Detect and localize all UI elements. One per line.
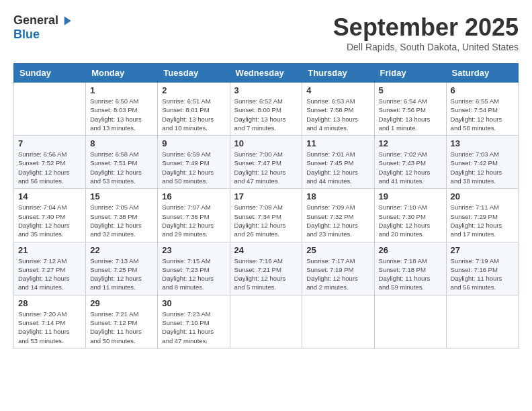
day-info: Sunrise: 7:18 AM Sunset: 7:18 PM Dayligh… [379, 257, 442, 292]
calendar-cell: 5Sunrise: 6:54 AM Sunset: 7:56 PM Daylig… [374, 83, 446, 136]
day-info: Sunrise: 7:07 AM Sunset: 7:36 PM Dayligh… [162, 203, 225, 238]
day-number: 14 [18, 191, 81, 201]
calendar-week-row: 28Sunrise: 7:20 AM Sunset: 7:14 PM Dayli… [14, 295, 519, 348]
day-info: Sunrise: 7:20 AM Sunset: 7:14 PM Dayligh… [18, 310, 81, 345]
day-number: 24 [234, 245, 298, 255]
day-number: 16 [162, 191, 225, 201]
header-day-sunday: Sunday [14, 64, 86, 83]
day-number: 26 [379, 245, 442, 255]
day-info: Sunrise: 7:09 AM Sunset: 7:32 PM Dayligh… [306, 203, 369, 238]
day-info: Sunrise: 7:17 AM Sunset: 7:19 PM Dayligh… [306, 257, 369, 292]
calendar-cell: 9Sunrise: 6:59 AM Sunset: 7:49 PM Daylig… [158, 136, 230, 189]
calendar-cell: 21Sunrise: 7:12 AM Sunset: 7:27 PM Dayli… [14, 242, 86, 295]
calendar-cell: 8Sunrise: 6:58 AM Sunset: 7:51 PM Daylig… [86, 136, 158, 189]
day-info: Sunrise: 6:55 AM Sunset: 7:54 PM Dayligh… [451, 97, 514, 132]
header: General Blue September 2025 Dell Rapids,… [13, 13, 519, 52]
day-number: 18 [306, 191, 369, 201]
day-number: 8 [90, 138, 153, 148]
calendar-cell: 22Sunrise: 7:13 AM Sunset: 7:25 PM Dayli… [86, 242, 158, 295]
day-number: 27 [451, 245, 514, 255]
day-info: Sunrise: 6:53 AM Sunset: 7:58 PM Dayligh… [306, 97, 369, 132]
day-number: 1 [90, 85, 153, 95]
calendar-cell: 17Sunrise: 7:08 AM Sunset: 7:34 PM Dayli… [230, 189, 302, 242]
location-title: Dell Rapids, South Dakota, United States [333, 42, 519, 52]
calendar-cell [230, 295, 302, 348]
day-number: 11 [306, 138, 369, 148]
calendar-cell: 14Sunrise: 7:04 AM Sunset: 7:40 PM Dayli… [14, 189, 86, 242]
calendar-cell: 6Sunrise: 6:55 AM Sunset: 7:54 PM Daylig… [446, 83, 518, 136]
day-number: 28 [18, 298, 81, 308]
day-info: Sunrise: 7:23 AM Sunset: 7:10 PM Dayligh… [162, 310, 225, 345]
calendar-cell: 7Sunrise: 6:56 AM Sunset: 7:52 PM Daylig… [14, 136, 86, 189]
calendar-week-row: 21Sunrise: 7:12 AM Sunset: 7:27 PM Dayli… [14, 242, 519, 295]
day-number: 20 [451, 191, 514, 201]
day-info: Sunrise: 7:04 AM Sunset: 7:40 PM Dayligh… [18, 203, 81, 238]
calendar-cell [446, 295, 518, 348]
day-number: 23 [162, 245, 225, 255]
day-number: 21 [18, 245, 81, 255]
day-info: Sunrise: 7:11 AM Sunset: 7:29 PM Dayligh… [451, 203, 514, 238]
calendar-cell: 4Sunrise: 6:53 AM Sunset: 7:58 PM Daylig… [302, 83, 374, 136]
calendar-cell: 1Sunrise: 6:50 AM Sunset: 8:03 PM Daylig… [86, 83, 158, 136]
day-number: 17 [234, 191, 298, 201]
day-info: Sunrise: 7:16 AM Sunset: 7:21 PM Dayligh… [234, 257, 298, 292]
day-info: Sunrise: 7:03 AM Sunset: 7:42 PM Dayligh… [451, 150, 514, 185]
day-info: Sunrise: 7:21 AM Sunset: 7:12 PM Dayligh… [90, 310, 153, 345]
day-number: 15 [90, 191, 153, 201]
logo: General Blue [13, 13, 73, 42]
calendar-cell: 19Sunrise: 7:10 AM Sunset: 7:30 PM Dayli… [374, 189, 446, 242]
calendar-cell: 24Sunrise: 7:16 AM Sunset: 7:21 PM Dayli… [230, 242, 302, 295]
day-info: Sunrise: 7:08 AM Sunset: 7:34 PM Dayligh… [234, 203, 298, 238]
calendar-cell: 11Sunrise: 7:01 AM Sunset: 7:45 PM Dayli… [302, 136, 374, 189]
calendar-week-row: 7Sunrise: 6:56 AM Sunset: 7:52 PM Daylig… [14, 136, 519, 189]
day-info: Sunrise: 7:19 AM Sunset: 7:16 PM Dayligh… [451, 257, 514, 292]
day-number: 22 [90, 245, 153, 255]
calendar-cell: 12Sunrise: 7:02 AM Sunset: 7:43 PM Dayli… [374, 136, 446, 189]
day-number: 9 [162, 138, 225, 148]
day-info: Sunrise: 7:13 AM Sunset: 7:25 PM Dayligh… [90, 257, 153, 292]
day-info: Sunrise: 7:05 AM Sunset: 7:38 PM Dayligh… [90, 203, 153, 238]
calendar-cell: 15Sunrise: 7:05 AM Sunset: 7:38 PM Dayli… [86, 189, 158, 242]
calendar-cell: 2Sunrise: 6:51 AM Sunset: 8:01 PM Daylig… [158, 83, 230, 136]
calendar-cell: 25Sunrise: 7:17 AM Sunset: 7:19 PM Dayli… [302, 242, 374, 295]
day-number: 19 [379, 191, 442, 201]
calendar-cell: 28Sunrise: 7:20 AM Sunset: 7:14 PM Dayli… [14, 295, 86, 348]
day-info: Sunrise: 6:56 AM Sunset: 7:52 PM Dayligh… [18, 150, 81, 185]
logo-general-text: General [13, 13, 58, 28]
day-info: Sunrise: 6:52 AM Sunset: 8:00 PM Dayligh… [234, 97, 298, 132]
day-number: 30 [162, 298, 225, 308]
month-title: September 2025 [333, 13, 519, 42]
day-info: Sunrise: 7:15 AM Sunset: 7:23 PM Dayligh… [162, 257, 225, 292]
header-day-thursday: Thursday [302, 64, 374, 83]
day-number: 13 [451, 138, 514, 148]
header-day-friday: Friday [374, 64, 446, 83]
logo-icon [60, 14, 73, 28]
logo-blue-text: Blue [13, 28, 40, 42]
calendar-cell: 13Sunrise: 7:03 AM Sunset: 7:42 PM Dayli… [446, 136, 518, 189]
calendar-table: SundayMondayTuesdayWednesdayThursdayFrid… [13, 63, 519, 349]
title-area: September 2025 Dell Rapids, South Dakota… [333, 13, 519, 52]
day-number: 25 [306, 245, 369, 255]
header-day-wednesday: Wednesday [230, 64, 302, 83]
day-info: Sunrise: 7:00 AM Sunset: 7:47 PM Dayligh… [234, 150, 298, 185]
header-day-saturday: Saturday [446, 64, 518, 83]
header-day-tuesday: Tuesday [158, 64, 230, 83]
calendar-cell: 26Sunrise: 7:18 AM Sunset: 7:18 PM Dayli… [374, 242, 446, 295]
day-number: 7 [18, 138, 81, 148]
day-info: Sunrise: 6:50 AM Sunset: 8:03 PM Dayligh… [90, 97, 153, 132]
calendar-cell: 30Sunrise: 7:23 AM Sunset: 7:10 PM Dayli… [158, 295, 230, 348]
day-number: 3 [234, 85, 298, 95]
day-number: 5 [379, 85, 442, 95]
calendar-cell: 27Sunrise: 7:19 AM Sunset: 7:16 PM Dayli… [446, 242, 518, 295]
day-number: 2 [162, 85, 225, 95]
day-info: Sunrise: 6:51 AM Sunset: 8:01 PM Dayligh… [162, 97, 225, 132]
calendar-cell: 20Sunrise: 7:11 AM Sunset: 7:29 PM Dayli… [446, 189, 518, 242]
svg-marker-0 [64, 16, 71, 25]
calendar-cell: 18Sunrise: 7:09 AM Sunset: 7:32 PM Dayli… [302, 189, 374, 242]
calendar-cell: 29Sunrise: 7:21 AM Sunset: 7:12 PM Dayli… [86, 295, 158, 348]
day-number: 29 [90, 298, 153, 308]
calendar-cell: 23Sunrise: 7:15 AM Sunset: 7:23 PM Dayli… [158, 242, 230, 295]
day-number: 4 [306, 85, 369, 95]
day-number: 6 [451, 85, 514, 95]
day-info: Sunrise: 7:02 AM Sunset: 7:43 PM Dayligh… [379, 150, 442, 185]
